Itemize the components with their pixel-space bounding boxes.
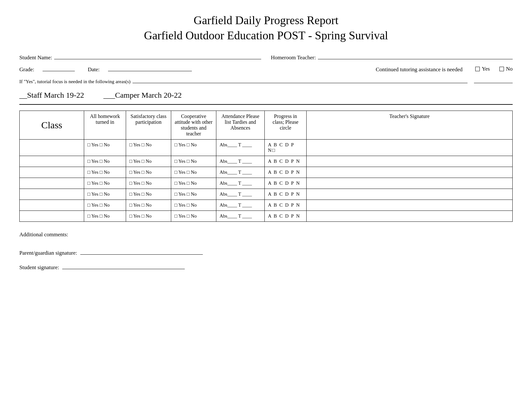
- table-row: □ Yes □ No □ Yes □ No □ Yes □ No Abs____…: [20, 139, 513, 156]
- homeroom-teacher-group: Homeroom Teacher:: [271, 53, 513, 61]
- yes-checkbox[interactable]: [475, 67, 480, 71]
- grade-date-tutoring-row: Grade: Date: Continued tutoring assistan…: [19, 65, 513, 73]
- participation-col-header: Satisfactory class participation: [126, 111, 171, 139]
- table-row: □ Yes □ No □ Yes □ No □ Yes □ No Abs____…: [20, 189, 513, 200]
- attendance-cell-6: Abs____ T ____: [216, 210, 265, 221]
- class-cell-6[interactable]: [20, 210, 84, 221]
- attendance-col-header: Attendance Please list Tardies and Absen…: [216, 111, 265, 139]
- parent-signature-row: Parent/guardian signature:: [19, 248, 513, 256]
- student-name-field[interactable]: [54, 53, 261, 59]
- homework-cell-6: □ Yes □ No: [84, 210, 126, 221]
- participation-cell-5: □ Yes □ No: [126, 200, 171, 210]
- yes-label: Yes: [482, 66, 490, 72]
- homeroom-teacher-field[interactable]: [318, 53, 513, 59]
- parent-signature-label: Parent/guardian signature:: [19, 250, 77, 256]
- class-cell-4[interactable]: [20, 189, 84, 200]
- class-cell-0[interactable]: [20, 139, 84, 156]
- cooperative-cell-0: □ Yes □ No: [171, 139, 216, 156]
- date-field[interactable]: [108, 65, 192, 71]
- table-row: □ Yes □ No □ Yes □ No □ Yes □ No Abs____…: [20, 200, 513, 210]
- tutoring-label: Continued tutoring assistance is needed: [376, 66, 462, 73]
- signature-cell-5[interactable]: [307, 200, 513, 210]
- staff-camper-row: __Staff March 19-22 ___Camper March 20-2…: [19, 91, 513, 100]
- class-cell-2[interactable]: [20, 167, 84, 178]
- attendance-cell-0: Abs____ T ____: [216, 139, 265, 156]
- title-line1: Garfield Daily Progress Report: [194, 14, 339, 27]
- staff-item: __Staff March 19-22: [19, 91, 84, 100]
- cooperative-cell-6: □ Yes □ No: [171, 210, 216, 221]
- participation-cell-4: □ Yes □ No: [126, 189, 171, 200]
- progress-cell-0: A B C D P N□: [265, 139, 307, 156]
- cooperative-cell-3: □ Yes □ No: [171, 178, 216, 189]
- tutorial-focus-field[interactable]: [133, 77, 468, 83]
- participation-cell-0: □ Yes □ No: [126, 139, 171, 156]
- cooperative-col-header: Cooperative attitude with other students…: [171, 111, 216, 139]
- homework-cell-1: □ Yes □ No: [84, 156, 126, 167]
- participation-cell-2: □ Yes □ No: [126, 167, 171, 178]
- class-col-header: Class: [20, 111, 84, 139]
- progress-cell-4: A B C D P N: [265, 189, 307, 200]
- progress-cell-6: A B C D P N: [265, 210, 307, 221]
- class-cell-5[interactable]: [20, 200, 84, 210]
- parent-signature-field[interactable]: [80, 248, 203, 255]
- homework-cell-5: □ Yes □ No: [84, 200, 126, 210]
- no-label: No: [506, 66, 513, 72]
- table-row: □ Yes □ No □ Yes □ No □ Yes □ No Abs____…: [20, 178, 513, 189]
- grade-field[interactable]: [43, 65, 75, 71]
- class-cell-3[interactable]: [20, 178, 84, 189]
- homework-cell-3: □ Yes □ No: [84, 178, 126, 189]
- table-header-row: Class All homework turned in Satisfactor…: [20, 111, 513, 139]
- attendance-cell-3: Abs____ T ____: [216, 178, 265, 189]
- class-cell-1[interactable]: [20, 156, 84, 167]
- signature-cell-4[interactable]: [307, 189, 513, 200]
- signature-cell-6[interactable]: [307, 210, 513, 221]
- participation-cell-3: □ Yes □ No: [126, 178, 171, 189]
- cooperative-cell-2: □ Yes □ No: [171, 167, 216, 178]
- student-signature-row: Student signature:: [19, 262, 513, 271]
- signature-cell-3[interactable]: [307, 178, 513, 189]
- table-row: □ Yes □ No □ Yes □ No □ Yes □ No Abs____…: [20, 156, 513, 167]
- no-checkbox-group: No: [499, 66, 513, 72]
- homework-cell-4: □ Yes □ No: [84, 189, 126, 200]
- participation-cell-6: □ Yes □ No: [126, 210, 171, 221]
- progress-cell-1: A B C D P N: [265, 156, 307, 167]
- signature-cell-2[interactable]: [307, 167, 513, 178]
- camper-item: ___Camper March 20-22: [103, 91, 182, 100]
- table-row: □ Yes □ No □ Yes □ No □ Yes □ No Abs____…: [20, 210, 513, 221]
- no-checkbox[interactable]: [499, 67, 504, 71]
- signature-col-header: Teacher's Signature: [307, 111, 513, 139]
- progress-col-header: Progress in class; Please circle: [265, 111, 307, 139]
- student-signature-label: Student signature:: [19, 264, 59, 271]
- additional-comments-label: Additional comments:: [19, 231, 513, 238]
- comments-section: Additional comments: Parent/guardian sig…: [19, 231, 513, 271]
- tutorial-focus-row: If "Yes", tutorial focus is needed in th…: [19, 77, 513, 84]
- progress-cell-3: A B C D P N: [265, 178, 307, 189]
- table-row: □ Yes □ No □ Yes □ No □ Yes □ No Abs____…: [20, 167, 513, 178]
- attendance-cell-4: Abs____ T ____: [216, 189, 265, 200]
- student-name-label: Student Name:: [19, 54, 52, 61]
- cooperative-cell-4: □ Yes □ No: [171, 189, 216, 200]
- cooperative-cell-5: □ Yes □ No: [171, 200, 216, 210]
- participation-cell-1: □ Yes □ No: [126, 156, 171, 167]
- attendance-cell-1: Abs____ T ____: [216, 156, 265, 167]
- homeroom-teacher-label: Homeroom Teacher:: [271, 54, 316, 61]
- student-homeroom-row: Student Name: Homeroom Teacher:: [19, 53, 513, 61]
- student-signature-field[interactable]: [62, 262, 185, 269]
- homework-col-header: All homework turned in: [84, 111, 126, 139]
- homework-cell-0: □ Yes □ No: [84, 139, 126, 156]
- date-label: Date:: [88, 66, 100, 73]
- yes-checkbox-group: Yes: [475, 66, 490, 72]
- page-title: Garfield Daily Progress Report Garfield …: [19, 13, 513, 43]
- signature-cell-0[interactable]: [307, 139, 513, 156]
- progress-cell-2: A B C D P N: [265, 167, 307, 178]
- grade-label: Grade:: [19, 66, 34, 73]
- tutorial-focus-label: If "Yes", tutorial focus is needed in th…: [19, 79, 131, 84]
- signature-cell-1[interactable]: [307, 156, 513, 167]
- tutorial-focus-field2[interactable]: [474, 77, 513, 83]
- divider: [19, 104, 513, 105]
- cooperative-cell-1: □ Yes □ No: [171, 156, 216, 167]
- title-line2: Garfield Outdoor Education POST - Spring…: [144, 29, 388, 42]
- progress-table: Class All homework turned in Satisfactor…: [19, 111, 513, 222]
- attendance-cell-5: Abs____ T ____: [216, 200, 265, 210]
- progress-cell-5: A B C D P N: [265, 200, 307, 210]
